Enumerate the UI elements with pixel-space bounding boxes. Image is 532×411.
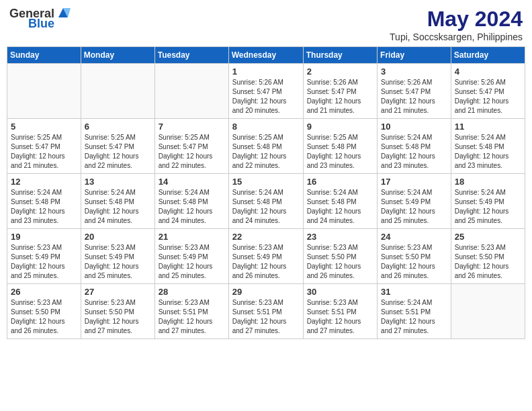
day-info: Sunrise: 5:25 AM Sunset: 5:47 PM Dayligh… (159, 133, 225, 171)
day-info: Sunrise: 5:24 AM Sunset: 5:48 PM Dayligh… (159, 188, 225, 226)
calendar-cell: 25Sunrise: 5:23 AM Sunset: 5:50 PM Dayli… (451, 229, 525, 284)
day-info: Sunrise: 5:24 AM Sunset: 5:48 PM Dayligh… (232, 188, 300, 226)
calendar-week-row: 12Sunrise: 5:24 AM Sunset: 5:48 PM Dayli… (7, 174, 525, 229)
day-info: Sunrise: 5:23 AM Sunset: 5:50 PM Dayligh… (381, 243, 447, 281)
day-number: 21 (159, 232, 225, 242)
calendar-week-row: 26Sunrise: 5:23 AM Sunset: 5:50 PM Dayli… (7, 284, 525, 339)
weekday-header: Saturday (451, 47, 525, 64)
calendar-cell: 11Sunrise: 5:24 AM Sunset: 5:48 PM Dayli… (451, 119, 525, 174)
day-info: Sunrise: 5:25 AM Sunset: 5:47 PM Dayligh… (85, 133, 151, 171)
weekday-header: Wednesday (228, 47, 303, 64)
calendar-cell: 23Sunrise: 5:23 AM Sunset: 5:50 PM Dayli… (303, 229, 377, 284)
day-info: Sunrise: 5:23 AM Sunset: 5:49 PM Dayligh… (232, 243, 300, 281)
calendar-cell (451, 284, 525, 339)
calendar-table: SundayMondayTuesdayWednesdayThursdayFrid… (7, 46, 525, 339)
logo-blue: Blue (28, 17, 54, 30)
day-info: Sunrise: 5:23 AM Sunset: 5:50 PM Dayligh… (307, 243, 373, 281)
day-number: 31 (381, 287, 447, 297)
logo-icon (56, 5, 71, 20)
calendar-cell: 10Sunrise: 5:24 AM Sunset: 5:48 PM Dayli… (378, 119, 451, 174)
calendar-cell: 24Sunrise: 5:23 AM Sunset: 5:50 PM Dayli… (378, 229, 451, 284)
day-number: 5 (11, 122, 77, 132)
day-number: 3 (381, 66, 447, 77)
calendar-cell: 18Sunrise: 5:24 AM Sunset: 5:49 PM Dayli… (451, 174, 525, 229)
day-number: 30 (307, 287, 373, 297)
weekday-header: Sunday (7, 47, 81, 64)
day-number: 20 (85, 232, 151, 242)
day-number: 12 (11, 177, 77, 187)
calendar-cell: 22Sunrise: 5:23 AM Sunset: 5:49 PM Dayli… (228, 229, 303, 284)
day-number: 13 (85, 177, 151, 187)
day-number: 6 (85, 122, 151, 132)
day-number: 22 (232, 232, 300, 242)
day-info: Sunrise: 5:26 AM Sunset: 5:47 PM Dayligh… (232, 78, 300, 116)
calendar-cell: 15Sunrise: 5:24 AM Sunset: 5:48 PM Dayli… (228, 174, 303, 229)
day-info: Sunrise: 5:25 AM Sunset: 5:48 PM Dayligh… (307, 133, 373, 171)
calendar-cell (81, 64, 154, 119)
day-info: Sunrise: 5:24 AM Sunset: 5:48 PM Dayligh… (11, 188, 77, 226)
day-number: 15 (232, 177, 300, 187)
day-info: Sunrise: 5:23 AM Sunset: 5:51 PM Dayligh… (232, 298, 300, 336)
calendar-cell: 2Sunrise: 5:26 AM Sunset: 5:47 PM Daylig… (303, 64, 377, 119)
day-info: Sunrise: 5:23 AM Sunset: 5:49 PM Dayligh… (159, 243, 225, 281)
calendar-cell: 26Sunrise: 5:23 AM Sunset: 5:50 PM Dayli… (7, 284, 81, 339)
day-number: 9 (307, 122, 373, 132)
subtitle: Tupi, Soccsksargen, Philippines (390, 32, 523, 42)
calendar-cell (7, 64, 81, 119)
day-number: 14 (159, 177, 225, 187)
day-info: Sunrise: 5:23 AM Sunset: 5:51 PM Dayligh… (159, 298, 225, 336)
page-header: General Blue May 2024 Tupi, Soccsksargen… (7, 7, 525, 42)
calendar-cell: 17Sunrise: 5:24 AM Sunset: 5:49 PM Dayli… (378, 174, 451, 229)
day-info: Sunrise: 5:24 AM Sunset: 5:48 PM Dayligh… (455, 133, 521, 171)
calendar-cell: 8Sunrise: 5:25 AM Sunset: 5:48 PM Daylig… (228, 119, 303, 174)
day-info: Sunrise: 5:24 AM Sunset: 5:49 PM Dayligh… (381, 188, 447, 226)
calendar-week-row: 19Sunrise: 5:23 AM Sunset: 5:49 PM Dayli… (7, 229, 525, 284)
logo: General Blue (9, 7, 71, 30)
day-number: 28 (159, 287, 225, 297)
calendar-cell: 6Sunrise: 5:25 AM Sunset: 5:47 PM Daylig… (81, 119, 154, 174)
day-info: Sunrise: 5:26 AM Sunset: 5:47 PM Dayligh… (455, 78, 521, 116)
calendar-cell: 1Sunrise: 5:26 AM Sunset: 5:47 PM Daylig… (228, 64, 303, 119)
day-number: 7 (159, 122, 225, 132)
calendar-cell: 29Sunrise: 5:23 AM Sunset: 5:51 PM Dayli… (228, 284, 303, 339)
day-info: Sunrise: 5:24 AM Sunset: 5:48 PM Dayligh… (381, 133, 447, 171)
day-number: 4 (455, 66, 521, 77)
calendar-header-row: SundayMondayTuesdayWednesdayThursdayFrid… (7, 47, 525, 64)
day-info: Sunrise: 5:23 AM Sunset: 5:50 PM Dayligh… (11, 298, 77, 336)
day-number: 18 (455, 177, 521, 187)
day-info: Sunrise: 5:26 AM Sunset: 5:47 PM Dayligh… (307, 78, 373, 116)
day-number: 29 (232, 287, 300, 297)
weekday-header: Tuesday (154, 47, 228, 64)
calendar-cell: 31Sunrise: 5:24 AM Sunset: 5:51 PM Dayli… (378, 284, 451, 339)
day-info: Sunrise: 5:24 AM Sunset: 5:49 PM Dayligh… (455, 188, 521, 226)
day-info: Sunrise: 5:23 AM Sunset: 5:49 PM Dayligh… (11, 243, 77, 281)
day-info: Sunrise: 5:24 AM Sunset: 5:48 PM Dayligh… (85, 188, 151, 226)
title-block: May 2024 Tupi, Soccsksargen, Philippines (390, 7, 523, 42)
calendar-week-row: 5Sunrise: 5:25 AM Sunset: 5:47 PM Daylig… (7, 119, 525, 174)
calendar-cell: 16Sunrise: 5:24 AM Sunset: 5:48 PM Dayli… (303, 174, 377, 229)
calendar-cell: 28Sunrise: 5:23 AM Sunset: 5:51 PM Dayli… (154, 284, 228, 339)
day-number: 27 (85, 287, 151, 297)
calendar-cell: 9Sunrise: 5:25 AM Sunset: 5:48 PM Daylig… (303, 119, 377, 174)
weekday-header: Friday (378, 47, 451, 64)
calendar-cell: 13Sunrise: 5:24 AM Sunset: 5:48 PM Dayli… (81, 174, 154, 229)
day-number: 2 (307, 66, 373, 77)
calendar-cell: 7Sunrise: 5:25 AM Sunset: 5:47 PM Daylig… (154, 119, 228, 174)
day-number: 23 (307, 232, 373, 242)
calendar-week-row: 1Sunrise: 5:26 AM Sunset: 5:47 PM Daylig… (7, 64, 525, 119)
day-info: Sunrise: 5:25 AM Sunset: 5:48 PM Dayligh… (232, 133, 300, 171)
day-info: Sunrise: 5:26 AM Sunset: 5:47 PM Dayligh… (381, 78, 447, 116)
day-info: Sunrise: 5:23 AM Sunset: 5:49 PM Dayligh… (85, 243, 151, 281)
day-info: Sunrise: 5:23 AM Sunset: 5:50 PM Dayligh… (85, 298, 151, 336)
day-info: Sunrise: 5:24 AM Sunset: 5:48 PM Dayligh… (307, 188, 373, 226)
day-number: 8 (232, 122, 300, 132)
calendar-cell (154, 64, 228, 119)
day-number: 25 (455, 232, 521, 242)
day-info: Sunrise: 5:25 AM Sunset: 5:47 PM Dayligh… (11, 133, 77, 171)
calendar-cell: 30Sunrise: 5:23 AM Sunset: 5:51 PM Dayli… (303, 284, 377, 339)
calendar-cell: 14Sunrise: 5:24 AM Sunset: 5:48 PM Dayli… (154, 174, 228, 229)
day-number: 26 (11, 287, 77, 297)
day-info: Sunrise: 5:24 AM Sunset: 5:51 PM Dayligh… (381, 298, 447, 336)
day-number: 16 (307, 177, 373, 187)
day-info: Sunrise: 5:23 AM Sunset: 5:51 PM Dayligh… (307, 298, 373, 336)
